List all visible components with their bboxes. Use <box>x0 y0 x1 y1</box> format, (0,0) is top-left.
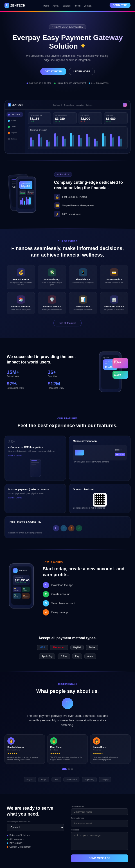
sidebar-icon-cards <box>8 126 10 128</box>
finance-desc-5: Protect your financial assets <box>40 309 64 311</box>
bullet-dot-1 <box>7 839 8 840</box>
stat-expenses: EXPENSES $2,000 -1.2% <box>79 112 102 124</box>
feature-phone-mini-ecommerce <box>30 459 41 477</box>
sidebar-item-wallet[interactable]: Wallet <box>6 119 23 123</box>
finance-icon-1: 💸 <box>48 268 56 276</box>
dot-3[interactable] <box>71 768 73 770</box>
payment-logo-stripe: Stripe <box>86 645 98 650</box>
finance-icon-0: 💰 <box>17 268 25 276</box>
dashboard-nav: Dashboard Transactions Analytics Setting… <box>53 104 92 106</box>
sidebar-item-dashboard[interactable]: Dashboard <box>6 112 23 117</box>
finance-title-1: Money advisory <box>40 278 64 281</box>
start-section: ZENTECH Total Balance $12,450.00 +12.5% … <box>0 550 135 627</box>
stat-value-satisfaction: 97% <box>7 381 45 387</box>
dash-nav-dashboard[interactable]: Dashboard <box>53 104 62 106</box>
see-more-button[interactable]: See all features <box>53 320 82 327</box>
dash-nav-settings[interactable]: Settings <box>86 104 92 106</box>
nav-cta-button[interactable]: CONTACT US <box>109 3 131 8</box>
stat-savings: SAVINGS $1,980 +5.3% <box>104 112 128 124</box>
hero-badge: ✦ NEW FEATURE AVAILABLE <box>49 24 86 29</box>
finance-desc-4: Learn financial literacy skills <box>9 309 33 311</box>
bullet-dot-3 <box>7 846 8 848</box>
start-step-2: 2 Create account <box>43 591 128 597</box>
testimonial-role-1: Developer <box>50 749 85 751</box>
sidebar-icon-dashboard <box>8 114 10 116</box>
finance-card-3: 💳 Loan & solutions Fast loan solutions f… <box>100 265 128 289</box>
dash-nav-transactions[interactable]: Transactions <box>64 104 74 106</box>
nav-item-about[interactable]: About <box>53 3 58 7</box>
sidebar-item-reports[interactable]: Reports <box>6 131 23 135</box>
finance-title-6: Investor Visual <box>71 305 95 308</box>
contact-bullet-0: Enterprise Solutions <box>7 834 64 837</box>
sidebar-item-cards[interactable]: Cards <box>6 125 23 129</box>
feature-learn-more-ecommerce[interactable]: LEARN MORE <box>8 454 22 457</box>
start-step-4: 4 Enjoy the app <box>43 609 128 616</box>
finance-desc-7: Best platform for investments <box>102 309 126 311</box>
dash-nav-analytics[interactable]: Analytics <box>76 104 84 106</box>
step-num-1: 1 <box>43 582 49 588</box>
finance-desc-0: Manage your personal finances with ease <box>9 281 33 286</box>
dashboard-logo: Z ZENTECH <box>8 103 22 106</box>
nav-item-contact[interactable]: Contact <box>84 3 91 7</box>
hero-badge-access: 24/7 Free Access <box>89 82 108 84</box>
form-label-email: Email Address <box>71 817 128 819</box>
contact-submit-button[interactable]: SEND MESSAGE <box>71 855 128 862</box>
form-input-email[interactable] <box>71 820 128 827</box>
finance-title-4: Financial Education <box>9 305 33 308</box>
hero-badge-secure: Fast Secure & Trusted <box>27 82 51 84</box>
hero-feature-badges: Fast Secure & Trusted Simple Finance Man… <box>7 82 128 84</box>
feature-learn-more-instore[interactable]: LEARN MORE <box>8 497 22 499</box>
stat-value-users: 15M+ <box>7 369 45 375</box>
payment-logo-amex: Amex <box>84 653 96 659</box>
finance-icon-5: 🛡️ <box>48 296 56 304</box>
nav-item-pricing[interactable]: Pricing <box>74 3 81 7</box>
sidebar-icon-settings <box>8 138 10 140</box>
testimonial-featured-text: The best payment gateway I've ever used.… <box>22 714 113 727</box>
stat-value-processed: $12M <box>48 381 86 387</box>
phone-mockup-main: Total Balance $8,156 Income+$3.9k Expens… <box>16 177 36 213</box>
finance-card-2: 📱 Financial Apps Best financial apps int… <box>69 265 97 289</box>
stat-item-satisfaction: 97% Satisfaction Rate <box>7 381 45 389</box>
pay-card-visual <box>75 450 84 456</box>
dashboard-logo-icon: Z <box>8 103 11 106</box>
dashboard-preview: Z ZENTECH Dashboard Transactions Analyti… <box>4 100 131 154</box>
step-text-3: Setup bank account <box>51 602 75 605</box>
testimonial-name-1: Mike Chen <box>50 746 85 748</box>
company-text: ✦ About Us Company cutting-edge dedicate… <box>54 172 128 217</box>
dashboard-user-avatar[interactable] <box>123 103 127 107</box>
company-feature-1: 🔒 Fast Secure & Trusted <box>54 194 128 200</box>
sidebar-item-settings[interactable]: Settings <box>6 137 23 141</box>
crypto-icons-row: Ł Ξ ₿ ₮ <box>8 525 127 531</box>
sidebar-icon-wallet <box>8 120 10 122</box>
form-input-message[interactable] <box>71 832 128 850</box>
testimonial-text-0: Amazing service, very easy to use and re… <box>7 756 42 761</box>
finance-desc-2: Best financial apps integration <box>71 281 95 284</box>
hero-learn-more-button[interactable]: LEARN MORE <box>69 68 95 75</box>
stat-item-processed: $12M Processed Daily <box>48 381 86 389</box>
stat-label-users: Active Users <box>7 375 45 378</box>
finance-icon-2: 📱 <box>79 268 87 276</box>
nav-item-home[interactable]: Home <box>43 3 49 7</box>
hero-get-started-button[interactable]: GET STARTED <box>40 68 66 75</box>
step-num-3: 3 <box>43 600 49 607</box>
company-phones-visual: Balance $4,250 Total Balance $8,156 Inco… <box>7 172 47 217</box>
feature-title-instore: In-store payment (order in counts) <box>8 488 62 491</box>
dot-1[interactable] <box>62 768 66 770</box>
finance-desc-6: Visual insights for investors <box>71 309 95 311</box>
feature-desc-instore: Accept payments in your physical store <box>8 492 62 495</box>
finance-icon-6: 📊 <box>79 296 87 304</box>
pay-now-button[interactable]: PAY NOW <box>115 453 125 456</box>
payment-title: Accept all payment method types. <box>7 636 128 640</box>
testimonial-text-2: I love how simple it is to receive inter… <box>93 756 128 761</box>
company-title: Company cutting-edge dedicated to revolu… <box>54 180 128 191</box>
contact-tech-select[interactable]: Option 1 Option 2 Option 3 <box>7 824 64 831</box>
testimonial-name-2: Emma Davis <box>93 746 128 748</box>
hero-badge-dot-secure <box>27 83 28 84</box>
dot-2[interactable] <box>68 768 70 770</box>
testimonial-role-0: Business Owner <box>7 749 42 751</box>
nav-item-features[interactable]: Features <box>62 3 71 7</box>
form-input-name[interactable] <box>71 808 128 815</box>
start-phone-screen: ZENTECH Total Balance $12,450.00 +12.5% … <box>11 566 32 605</box>
step-num-2: 2 <box>43 591 49 597</box>
partner-logos: PayPal Stripe Visa Mastercard Apple Pay … <box>4 777 131 782</box>
